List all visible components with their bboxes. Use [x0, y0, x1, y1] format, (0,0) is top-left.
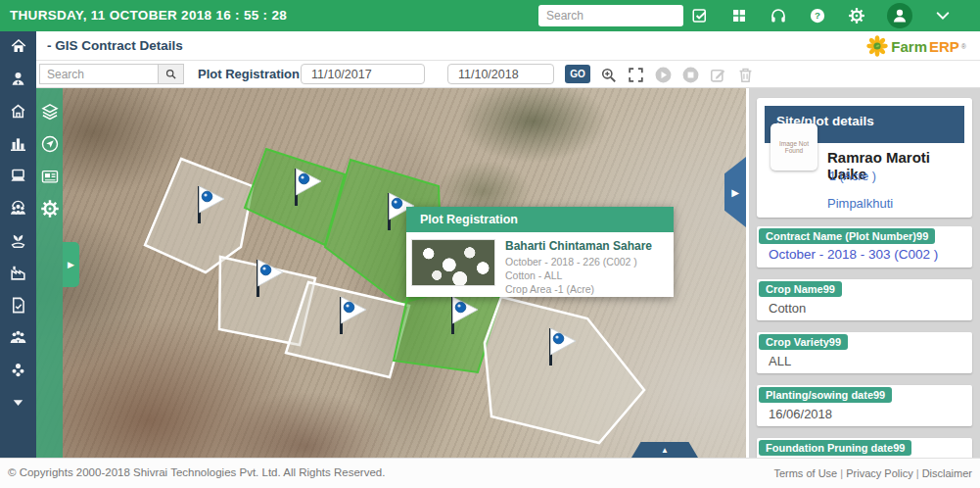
svg-text:?: ?: [815, 10, 820, 21]
headset-icon: [770, 7, 787, 24]
sidebar-plant-icon[interactable]: [9, 361, 27, 379]
sidebar-factory-icon[interactable]: [9, 264, 27, 282]
field-label-badge: Planting/sowing date99: [759, 387, 892, 403]
footer-links: Terms of Use | Privacy Policy | Disclaim…: [773, 467, 972, 479]
topbar-headset-button[interactable]: [770, 7, 787, 24]
page-title: - GIS Contract Details: [47, 31, 183, 61]
field-value: Cotton: [769, 301, 806, 316]
topbar-actions: ?: [691, 0, 952, 31]
home-button[interactable]: [0, 31, 36, 61]
plot-search-input[interactable]: [39, 64, 159, 84]
popup-body: Baharti Chintaman Sahare October - 2018 …: [406, 232, 674, 297]
maptool-image-card-icon[interactable]: [40, 167, 60, 186]
chevron-down-icon: [934, 7, 952, 24]
field-value[interactable]: October - 2018 - 303 (C002 ): [769, 247, 938, 262]
field-label-badge: Foundation Pruning date99: [759, 440, 911, 456]
sidebar-farm-icon[interactable]: [9, 102, 27, 121]
global-search-input[interactable]: [538, 5, 683, 26]
sidebar-team-icon[interactable]: [9, 199, 27, 218]
contract-line: October - 2018 - 226 (C002 ): [505, 255, 652, 268]
apps-grid-icon: [730, 7, 748, 24]
plot-polygon-white[interactable]: [485, 297, 644, 443]
sidebar-scroll-down-icon[interactable]: [9, 393, 27, 412]
map-toolbar: Plot Registration GO: [36, 61, 980, 88]
bottom-expand-tab[interactable]: ▲: [631, 442, 698, 458]
app-root: THURSDAY, 11 OCTOBER 2018 16 : 55 : 28 ?…: [0, 0, 980, 488]
logo-registered-mark: ®: [961, 43, 966, 50]
field-value: ALL: [769, 354, 791, 368]
footer-link[interactable]: Privacy Policy: [846, 467, 912, 479]
footer-link[interactable]: Disclaimer: [922, 467, 972, 479]
owner-photo-placeholder: Image Not Found: [770, 123, 817, 171]
stop-icon[interactable]: [681, 66, 700, 84]
delete-icon[interactable]: [736, 66, 755, 84]
plot-registration-dropdown[interactable]: Plot Registration: [198, 61, 300, 88]
logo-text-farm: Farm: [891, 38, 927, 55]
crop-photo: [411, 239, 495, 286]
help-icon: ?: [809, 7, 826, 24]
field-label-badge: Crop Name99: [759, 281, 842, 297]
field-card: Crop Name99 Cotton: [757, 279, 972, 320]
datetime-display: THURSDAY, 11 OCTOBER 2018 16 : 55 : 28: [10, 0, 287, 31]
detail-fields: Contract Name (Plot Number)99 October - …: [757, 226, 972, 458]
footer: © Copyrights 2000-2018 Shivrai Technolog…: [0, 458, 980, 488]
plot-info-popup: Plot Registration Baharti Chintaman Saha…: [406, 207, 674, 297]
topbar-task-check-button[interactable]: [691, 7, 709, 24]
popup-title: Plot Registration: [406, 207, 674, 232]
crop-line: Cotton - ALL: [505, 268, 652, 282]
user-avatar-icon: [891, 7, 909, 24]
sunflower-icon: [865, 34, 889, 58]
copyright-text: © Copyrights 2000-2018 Shivrai Technolog…: [8, 466, 385, 478]
sidebar-industry-icon[interactable]: [9, 134, 27, 153]
play-icon[interactable]: [654, 66, 673, 84]
task-check-icon: [691, 7, 709, 24]
toolbar-action-icons: [599, 61, 755, 88]
maptool-navigation-icon[interactable]: [40, 134, 60, 154]
user-avatar[interactable]: [887, 3, 912, 28]
field-value: 16/06/2018: [769, 407, 832, 421]
palette-expand-tab[interactable]: ▶: [63, 242, 79, 287]
topbar: THURSDAY, 11 OCTOBER 2018 16 : 55 : 28 ?: [0, 0, 980, 31]
map-tools-palette: [36, 88, 63, 458]
maptool-settings-icon[interactable]: [40, 199, 60, 219]
fullscreen-icon[interactable]: [627, 66, 645, 84]
topbar-settings-button[interactable]: [848, 7, 865, 24]
search-button[interactable]: [158, 64, 184, 84]
field-label-badge: Contract Name (Plot Number)99: [759, 228, 935, 244]
map-canvas[interactable]: ▶ ▶ ▲ Plot Registration Baharti Chintama…: [36, 88, 746, 458]
search-icon: [164, 68, 177, 80]
area-line: Crop Area -1 (Acre): [505, 282, 652, 296]
date-from-input[interactable]: [301, 64, 425, 84]
home-icon: [10, 37, 27, 55]
sidebar-monitor-icon[interactable]: [9, 167, 27, 185]
logo-text-erp: ERP: [929, 38, 959, 55]
edit-icon[interactable]: [709, 66, 727, 84]
plot-area-link[interactable]: 1 (Acre ): [829, 170, 876, 183]
popup-text: Baharti Chintaman Sahare October - 2018 …: [495, 237, 652, 292]
zoom-in-icon[interactable]: [599, 66, 618, 84]
profile-card: Site/plot details Image Not Found Ramrao…: [757, 98, 972, 218]
field-card: Planting/sowing date99 16/06/2018: [757, 385, 972, 426]
topbar-chevron-down-button[interactable]: [934, 7, 952, 24]
site-name-link[interactable]: Pimpalkhuti: [827, 196, 893, 211]
farmerp-logo: FarmERP®: [865, 31, 966, 61]
page-header: - GIS Contract Details FarmERP®: [0, 31, 980, 61]
sidebar-crop-hand-icon[interactable]: [9, 231, 27, 250]
field-label-badge: Crop Variety99: [759, 334, 848, 350]
sidebar-user-icon[interactable]: [9, 70, 27, 88]
sidebar-group-icon[interactable]: [9, 328, 27, 347]
field-card: Foundation Pruning date99: [757, 438, 972, 458]
footer-link[interactable]: Terms of Use: [773, 467, 837, 479]
site-plot-details-panel: Site/plot details Image Not Found Ramrao…: [749, 88, 980, 458]
topbar-help-button[interactable]: ?: [809, 7, 826, 24]
sidebar-report-icon[interactable]: [9, 296, 27, 315]
farmer-name: Baharti Chintaman Sahare: [505, 239, 652, 253]
go-button[interactable]: GO: [565, 65, 590, 83]
maptool-layers-icon[interactable]: [40, 102, 60, 122]
main-sidebar: [0, 61, 36, 458]
field-card: Contract Name (Plot Number)99 October - …: [757, 226, 972, 268]
date-to-input[interactable]: [447, 64, 554, 84]
topbar-apps-grid-button[interactable]: [730, 7, 748, 24]
settings-icon: [848, 7, 865, 24]
field-card: Crop Variety99 ALL: [757, 332, 972, 373]
